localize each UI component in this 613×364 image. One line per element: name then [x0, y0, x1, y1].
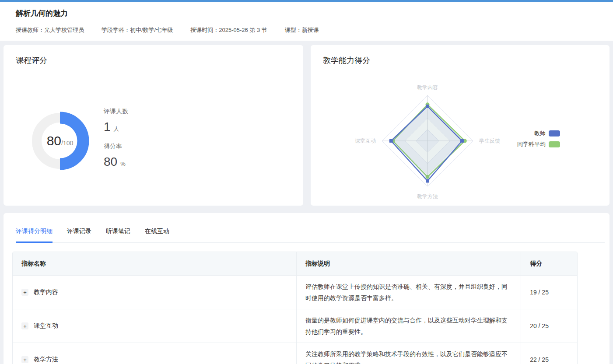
teaching-ability-card: 教学能力得分 教学内容 学生反馈 教学方法 课堂互动 教师 同学科平均 [311, 45, 609, 206]
column-header-score: 得分 [521, 252, 577, 276]
page-title: 解析几何的魅力 [16, 8, 597, 19]
table-header-row: 指标名称 指标说明 得分 [13, 252, 577, 276]
tab-2[interactable]: 听课笔记 [106, 227, 130, 243]
indicator-score-table: 指标名称 指标说明 得分 +教学内容评估教师在课堂上传授的知识是否准确、相关、有… [12, 252, 578, 364]
tab-0[interactable]: 评课得分明细 [16, 227, 53, 243]
page-header: 解析几何的魅力 授课教师：光大学校管理员 学段学科：初中/数学/七年级 授课时间… [0, 2, 613, 41]
meta-type: 课型：新授课 [285, 26, 319, 34]
course-meta-row: 授课教师：光大学校管理员 学段学科：初中/数学/七年级 授课时间：2025-05… [16, 26, 597, 34]
table-row-1: +课堂互动衡量的是教师如何促进课堂内的交流与合作，以及这些互动对学生理解和支持他… [13, 309, 577, 343]
meta-time: 授课时间：2025-05-26 第 3 节 [190, 26, 267, 34]
reviewer-count-label: 评课人数 [104, 107, 128, 116]
indicator-score: 19 / 25 [521, 276, 577, 309]
score-stats: 评课人数 1 人 得分率 80 % [104, 107, 128, 177]
tab-3[interactable]: 在线互动 [145, 227, 169, 243]
reviewer-count-value: 1 [104, 120, 111, 134]
legend-teacher-label: 教师 [534, 130, 546, 137]
indicator-score: 22 / 25 [521, 343, 577, 364]
score-rate-label: 得分率 [104, 142, 128, 150]
indicator-name: 教学内容 [34, 288, 58, 296]
course-score-card-header: 课程评分 [4, 45, 303, 75]
reviewer-count-unit: 人 [114, 125, 119, 133]
column-header-indicator-desc: 指标说明 [296, 252, 521, 276]
evaluation-detail-card: 评课得分明细评课记录听课笔记在线互动 指标名称 指标说明 得分 +教学内容评估教… [4, 213, 609, 364]
teaching-ability-card-header: 教学能力得分 [311, 45, 609, 75]
teaching-ability-card-title: 教学能力得分 [323, 56, 370, 65]
radar-axis-label-left: 课堂互动 [355, 138, 376, 144]
gauge-center-text: 80 /100 [47, 133, 74, 148]
course-score-card-title: 课程评分 [16, 56, 47, 65]
gauge-score-max: /100 [61, 140, 73, 147]
meta-subject: 学段学科：初中/数学/七年级 [102, 26, 173, 34]
indicator-name: 教学方法 [34, 356, 58, 364]
meta-teacher: 授课教师：光大学校管理员 [16, 26, 84, 34]
score-rate-unit: % [120, 161, 126, 167]
table-row-2: +教学方法关注教师所采用的教学策略和技术手段的有效性，以及它们是否能够适应不同的… [13, 343, 577, 364]
legend-average-swatch [549, 141, 560, 147]
course-score-card: 课程评分 80 /100 评课人数 1 人 得分率 80 % [4, 45, 303, 206]
tab-1[interactable]: 评课记录 [67, 227, 91, 243]
expand-row-button[interactable]: + [21, 356, 28, 363]
tab-bar: 评课得分明细评课记录听课笔记在线互动 [16, 213, 605, 243]
expand-row-button[interactable]: + [21, 289, 28, 296]
table-row-0: +教学内容评估教师在课堂上传授的知识是否准确、相关、有深度，并且组织良好，同时使… [13, 276, 577, 309]
legend-item-teacher[interactable]: 教师 [477, 130, 560, 136]
indicator-description: 评估教师在课堂上传授的知识是否准确、相关、有深度，并且组织良好，同时使用的教学资… [305, 281, 512, 304]
radar-axis-label-bottom: 教学方法 [417, 193, 438, 200]
score-rate-value: 80 [104, 155, 117, 169]
legend-item-subject-average[interactable]: 同学科平均 [477, 141, 560, 147]
radar-axis-label-top: 教学内容 [417, 84, 438, 91]
column-header-indicator-name: 指标名称 [13, 252, 296, 276]
indicator-score: 20 / 25 [521, 309, 577, 343]
teaching-radar-chart: 教学内容 学生反馈 教学方法 课堂互动 [311, 75, 609, 205]
indicator-description: 关注教师所采用的教学策略和技术手段的有效性，以及它们是否能够适应不同的学习风格和… [305, 348, 512, 364]
expand-row-button[interactable]: + [21, 322, 28, 329]
indicator-name: 课堂互动 [34, 322, 58, 330]
indicator-description: 衡量的是教师如何促进课堂内的交流与合作，以及这些互动对学生理解和支持他们学习的重… [305, 315, 512, 337]
legend-average-label: 同学科平均 [517, 140, 546, 148]
legend-teacher-swatch [549, 130, 560, 136]
radar-legend: 教师 同学科平均 [477, 130, 560, 152]
gauge-score-value: 80 [47, 133, 61, 148]
